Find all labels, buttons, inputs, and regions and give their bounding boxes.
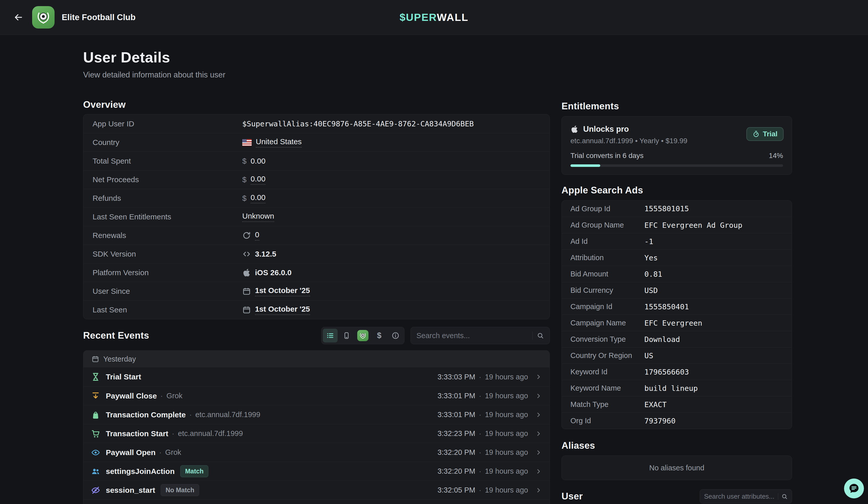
apple-search-ads-heading: Apple Search Ads (561, 185, 792, 196)
aliases-card: No aliases found (561, 455, 792, 480)
revenue-filter-button[interactable]: $ (372, 329, 386, 343)
table-row: Platform Version iOS 26.0.0 (83, 263, 549, 282)
entitlement-card: Unlocks pro Trial etc.annual.7df.1999 • … (561, 116, 792, 175)
shopping-cart-icon (91, 429, 100, 438)
superwall-logo: $UPERWALL (400, 11, 468, 23)
chevron-right-icon (535, 411, 542, 418)
apple-icon (242, 268, 251, 277)
search-icon[interactable] (781, 493, 788, 500)
table-row: Last Seen Entitlements Unknown (83, 207, 549, 226)
chevron-right-icon (535, 393, 542, 399)
table-row: Bid Amount0.81 (562, 266, 792, 282)
total-spent-value: 0.00 (251, 157, 266, 165)
trial-progress-fill (570, 164, 600, 167)
chevron-right-icon (535, 468, 542, 475)
event-row[interactable]: settingsJoinAction Match 3:32:20 PM · 19… (83, 462, 549, 481)
list-filter-button[interactable] (323, 329, 338, 343)
app-name: Elite Football Club (62, 12, 136, 22)
table-row: Country Or RegionUS (562, 347, 792, 364)
list-icon (326, 332, 334, 340)
calendar-icon (92, 355, 99, 363)
table-row: Campaign NameEFC Evergreen (562, 315, 792, 331)
chevron-right-icon (535, 487, 542, 494)
entitlement-name: Unlocks pro (583, 125, 629, 134)
calendar-icon (242, 305, 251, 314)
page-title: User Details (83, 49, 550, 66)
table-row: Refunds $0.00 (83, 189, 549, 207)
info-icon (391, 332, 400, 340)
event-row[interactable]: Trial Start 3:33:03 PM · 19 hours ago (83, 367, 549, 386)
trial-badge[interactable]: Trial (746, 127, 784, 141)
table-row: User Since 1st October '25 (83, 282, 549, 301)
trial-percent: 14% (769, 151, 783, 160)
recent-events-heading: Recent Events (83, 330, 315, 341)
refresh-icon (242, 231, 251, 240)
last-seen-entitlements-value[interactable]: Unknown (242, 212, 274, 222)
timer-icon (753, 130, 760, 138)
entitlements-heading: Entitlements (561, 101, 792, 112)
events-search-input[interactable] (416, 332, 528, 340)
chat-widget-button[interactable] (844, 479, 864, 498)
shopping-bag-icon (91, 410, 100, 419)
group-label: Yesterday (103, 355, 136, 363)
aliases-heading: Aliases (561, 440, 792, 451)
event-row[interactable]: Paywall Close · Grok 3:33:01 PM · 19 hou… (83, 386, 549, 405)
app-filter-button[interactable] (355, 329, 370, 343)
app-user-id-value: $SuperwallAlias:40EC9876-A85E-4AE9-8762-… (242, 119, 474, 128)
chevron-right-icon (535, 449, 542, 456)
apple-icon (570, 125, 579, 133)
table-row: Keyword Namebuild lineup (562, 380, 792, 396)
football-crest-icon (357, 330, 369, 341)
table-row: App User ID $SuperwallAlias:40EC9876-A85… (83, 114, 549, 133)
table-row: Last Seen 1st October '25 (83, 301, 549, 319)
hourglass-icon (91, 372, 100, 381)
table-row: Bid CurrencyUSD (562, 282, 792, 298)
dollar-icon: $ (242, 194, 247, 202)
user-attributes-search-input[interactable] (704, 493, 775, 501)
device-filter-button[interactable] (339, 329, 354, 343)
table-row: Match TypeEXACT (562, 396, 792, 412)
logo-prefix: $UPER (400, 11, 437, 23)
last-seen-value[interactable]: 1st October '25 (255, 305, 310, 315)
overview-heading: Overview (83, 99, 550, 110)
table-row: AttributionYes (562, 250, 792, 266)
table-row: SDK Version 3.12.5 (83, 245, 549, 263)
refunds-value[interactable]: 0.00 (251, 193, 266, 203)
event-row[interactable]: Transaction Start · etc.annual.7df.1999 … (83, 424, 549, 443)
table-row: Ad Id-1 (562, 233, 792, 250)
table-row: Total Spent $0.00 (83, 151, 549, 170)
eye-slash-icon (91, 486, 100, 495)
trial-progress-bar (570, 164, 783, 167)
back-arrow-icon (13, 12, 23, 22)
event-row[interactable]: session_start No Match 3:32:05 PM · 19 h… (83, 481, 549, 500)
code-icon (242, 250, 251, 259)
phone-icon (342, 332, 351, 340)
renewals-value[interactable]: 0 (255, 230, 259, 241)
events-list: Yesterday Trial Start 3:33:03 PM · 19 ho… (83, 350, 550, 504)
event-row[interactable]: Session Start 3:32:05 PM · 19 hours ago (83, 500, 549, 504)
app-icon (32, 6, 54, 29)
search-icon[interactable] (537, 332, 544, 339)
event-row[interactable]: Paywall Open · Grok 3:32:20 PM · 19 hour… (83, 443, 549, 462)
user-since-value[interactable]: 1st October '25 (255, 286, 310, 296)
aliases-empty-text: No aliases found (649, 464, 704, 472)
top-bar: Elite Football Club $UPERWALL (0, 0, 868, 35)
table-row: Net Proceeds $0.00 (83, 170, 549, 189)
table-row: Org Id7937960 (562, 412, 792, 429)
back-button[interactable] (12, 11, 25, 24)
user-attributes-search (700, 489, 792, 504)
table-row: Campaign Id1555850401 (562, 298, 792, 315)
dollar-icon: $ (377, 331, 381, 340)
football-crest-icon (34, 8, 53, 27)
country-value[interactable]: United States (256, 137, 302, 148)
calendar-icon (242, 287, 251, 296)
table-row: Conversion TypeDownload (562, 331, 792, 347)
sdk-version-value: 3.12.5 (255, 250, 276, 259)
table-row: Keyword Id1796566603 (562, 364, 792, 380)
event-row[interactable]: Transaction Complete · etc.annual.7df.19… (83, 405, 549, 424)
table-row: Country United States (83, 133, 549, 151)
chat-bubble-icon (848, 483, 860, 494)
info-filter-button[interactable] (388, 329, 403, 343)
net-proceeds-value[interactable]: 0.00 (251, 175, 266, 185)
events-group-header: Yesterday (83, 350, 549, 367)
